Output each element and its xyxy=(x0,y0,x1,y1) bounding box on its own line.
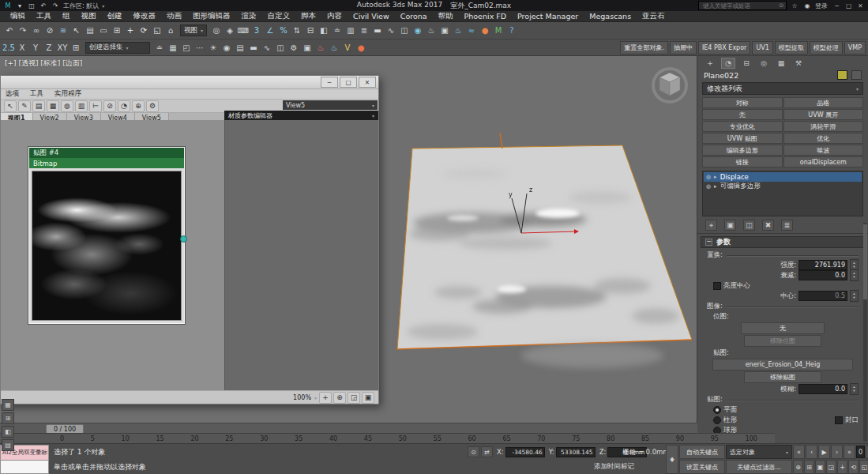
material-editor-window-button[interactable]: ─ xyxy=(321,77,338,88)
axis-x-icon[interactable]: X xyxy=(16,41,28,54)
redo-icon[interactable]: ↷ xyxy=(17,24,29,37)
cylindrical-radio[interactable] xyxy=(713,416,721,424)
menu-item[interactable]: 编辑 xyxy=(5,11,31,21)
macro-script-button[interactable]: VMP xyxy=(844,41,866,55)
render-iterative-icon[interactable]: ♨ xyxy=(328,41,340,54)
workspace-selector[interactable]: 工作区: 默认 xyxy=(60,2,107,10)
window-crossing-icon[interactable]: ⊞ xyxy=(111,24,123,37)
modifier-button[interactable]: 对称 xyxy=(702,97,783,108)
schematic-view-2-icon[interactable]: ◫ xyxy=(274,41,287,54)
create-panel-tab[interactable]: + xyxy=(704,58,716,68)
menu-item[interactable]: Civil View xyxy=(348,12,395,21)
parameter-editor-header[interactable]: 材质参数编辑器 xyxy=(224,111,378,120)
planar-radio[interactable] xyxy=(713,406,721,414)
schematic-view-icon[interactable]: ◫ xyxy=(398,24,411,37)
keyboard-override-icon[interactable]: ⌨ xyxy=(237,24,250,37)
key-filter-selection-combo[interactable]: 选定对象 xyxy=(726,445,792,459)
macro-script-button[interactable]: IE4 PBX Expor xyxy=(698,41,750,55)
menu-item[interactable]: 图形编辑器 xyxy=(187,11,236,21)
select-rotate-icon[interactable]: ⟳ xyxy=(137,24,150,37)
curve-editor-2-icon[interactable]: ∿ xyxy=(261,41,273,54)
select-by-name-icon[interactable]: ▤ xyxy=(84,24,96,37)
camera-create-icon[interactable]: ◉ xyxy=(220,41,233,54)
fw-put-to-library-icon[interactable]: ▤ xyxy=(32,100,45,112)
x-coordinate-field[interactable]: -34580.46 xyxy=(505,447,545,457)
help-icon[interactable]: ? xyxy=(505,24,518,37)
zoom-region-icon[interactable]: ◲ xyxy=(826,460,836,474)
motion-panel-tab[interactable]: ◎ xyxy=(757,58,770,68)
rendered-frame-2-icon[interactable]: ▣ xyxy=(301,41,314,54)
spacing-tool-icon[interactable]: ⋯ xyxy=(194,41,206,54)
modifier-list-combo[interactable]: 修改器列表 xyxy=(702,82,863,95)
make-unique-icon[interactable]: ◫ xyxy=(743,220,755,231)
set-key-button[interactable]: 设置关键点 xyxy=(679,460,725,474)
scene-explorer-icon[interactable]: ▥ xyxy=(344,24,357,37)
menu-item[interactable]: 内容 xyxy=(321,11,348,21)
select-object-icon[interactable]: ↖ xyxy=(70,24,83,37)
fw-layout-children-icon[interactable]: ⊢ xyxy=(89,100,102,112)
material-editor-menu-item[interactable]: 工具 xyxy=(30,89,54,99)
render-production-icon[interactable]: ♨ xyxy=(452,24,464,37)
named-selection-set-combo[interactable]: 创建选择集 xyxy=(85,42,150,54)
angle-snap-icon[interactable]: ∠ xyxy=(264,24,276,37)
blur-spinner[interactable] xyxy=(850,383,859,395)
undo-icon[interactable]: ↶ xyxy=(3,24,16,37)
snapshot-icon[interactable]: ◰ xyxy=(180,41,193,54)
select-and-link-icon[interactable]: ∞ xyxy=(30,24,43,37)
go-to-start-icon[interactable]: « xyxy=(793,445,805,459)
modifier-stack-item[interactable]: ◍ ▸ 可编辑多边形 xyxy=(704,182,862,191)
modifier-button[interactable]: 噪波 xyxy=(783,145,864,156)
center-spinner[interactable] xyxy=(850,290,859,302)
modifier-button[interactable]: 链接 xyxy=(702,156,783,167)
material-editor-menu-item[interactable]: 实用程序 xyxy=(54,89,92,99)
selection-region-icon[interactable]: ▭ xyxy=(97,24,110,37)
stack-visibility-icon[interactable]: ◍ xyxy=(706,174,711,180)
snaps-25-icon[interactable]: 2.5 xyxy=(2,41,15,54)
macro-script-button[interactable]: 模型提取 xyxy=(775,41,808,55)
select-manipulate-icon[interactable]: ◈ xyxy=(224,24,236,37)
dock-tool-4-icon[interactable]: ▤ xyxy=(2,439,14,451)
quick-menu-icon[interactable]: ▾ xyxy=(15,2,24,10)
modifier-stack-item[interactable]: ◍ ▸ Displace xyxy=(704,172,862,182)
layer-explorer-icon[interactable]: ≣ xyxy=(358,24,370,37)
pan-icon[interactable]: + xyxy=(837,460,847,474)
menu-item[interactable]: 创建 xyxy=(102,11,128,21)
node-output-socket[interactable] xyxy=(180,235,187,243)
hierarchy-panel-tab[interactable]: ⊟ xyxy=(740,58,753,68)
modifier-button[interactable]: 专业优化 xyxy=(702,121,783,132)
strength-field[interactable]: 2761.919 xyxy=(798,260,847,270)
menu-item[interactable]: 渲染 xyxy=(236,11,262,21)
menu-item[interactable]: 亚云石 xyxy=(637,11,671,21)
listener-line[interactable] xyxy=(0,461,49,474)
curve-editor-icon[interactable]: ∿ xyxy=(385,24,397,37)
lock-selection-icon[interactable]: ⊙ xyxy=(468,446,479,457)
menu-item[interactable]: 帮助 xyxy=(433,11,459,21)
quick-align-icon[interactable]: ≐ xyxy=(153,41,166,54)
material-editor-menu-item[interactable]: 选项 xyxy=(6,89,30,99)
phoenix-fd-icon[interactable]: ≈ xyxy=(465,24,478,37)
fw-layout-vertical-icon[interactable]: ▥ xyxy=(75,100,88,112)
dock-tool-2-icon[interactable]: ⊞ xyxy=(2,412,14,424)
render-production-2-icon[interactable]: ♨ xyxy=(314,41,327,54)
remove-bitmap-button[interactable]: 移除位图 xyxy=(744,335,821,347)
current-frame-field[interactable]: 0 xyxy=(856,446,865,458)
window-control-button[interactable]: ─ xyxy=(831,1,843,10)
array-icon[interactable]: ▦ xyxy=(167,41,179,54)
bitmap-node[interactable]: 贴图 #4 Bitmap xyxy=(28,147,185,324)
modifier-button[interactable]: 晶格 xyxy=(783,97,864,108)
menu-item[interactable]: 脚本 xyxy=(295,11,321,21)
ribbon-icon[interactable]: ▬ xyxy=(371,24,384,37)
use-pivot-center-icon[interactable]: ◎ xyxy=(210,24,223,37)
percent-snap-icon[interactable]: % xyxy=(277,24,290,37)
spinner-snap-icon[interactable]: ⇅ xyxy=(291,24,303,37)
dock-tool-3-icon[interactable]: ◧ xyxy=(2,426,14,438)
bitmap-none-button[interactable]: 无 xyxy=(741,322,825,334)
menu-item[interactable]: 修改器 xyxy=(128,11,162,21)
object-color-swatch[interactable] xyxy=(837,70,847,80)
luminance-center-checkbox[interactable] xyxy=(713,282,721,290)
edit-named-sets-icon[interactable]: ⊞ xyxy=(70,41,82,54)
fw-pick-material-icon[interactable]: ✎ xyxy=(18,100,31,112)
material-editor-titlebar[interactable]: ─□✕ xyxy=(1,76,378,89)
window-control-button[interactable]: ✕ xyxy=(855,1,866,10)
macro-script-button[interactable]: 重置全部对象. xyxy=(620,41,668,55)
